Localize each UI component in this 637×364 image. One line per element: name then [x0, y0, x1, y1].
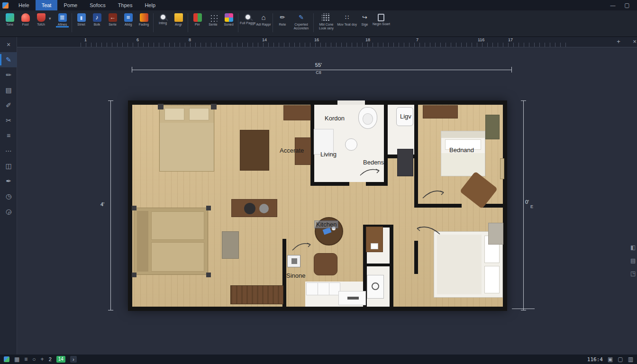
sidebar-tool-more[interactable] [0, 143, 17, 158]
tv-cabinet[interactable] [230, 285, 283, 304]
move-icon[interactable] [41, 355, 44, 364]
room-label-ligv[interactable]: Ligv [400, 113, 411, 120]
picture-frame[interactable] [287, 255, 300, 267]
room-label-bednand[interactable]: Bednand [449, 146, 474, 154]
tool-sente[interactable]: Sente [205, 12, 221, 27]
wall[interactable] [414, 204, 462, 208]
tool-angr[interactable]: Angr [171, 12, 186, 27]
wall-frame[interactable] [500, 158, 504, 179]
sidebar-tool-scissors[interactable] [0, 113, 17, 128]
dimension-line-right[interactable] [523, 100, 524, 310]
tool-cxperted[interactable]: Cxperted Accoreten [290, 12, 312, 30]
tool-alidg[interactable]: Alidg [120, 12, 136, 27]
room-label-accerate[interactable]: Accerate [280, 147, 304, 154]
menu-shapes[interactable]: Thpes [112, 0, 139, 10]
frame-icon[interactable] [618, 355, 623, 364]
minimize-icon[interactable] [608, 1, 618, 9]
bathroom-door[interactable] [366, 227, 383, 252]
menu-file[interactable]: Hele [12, 0, 36, 10]
dimension-label-right-sub[interactable]: E [530, 204, 533, 209]
maximize-icon[interactable] [622, 1, 632, 9]
sidebar-tool-select-pen[interactable] [0, 52, 17, 67]
wall[interactable] [390, 225, 393, 311]
tool-fool[interactable]: Fool [18, 12, 33, 27]
sidebar-tool-notebook[interactable] [0, 158, 17, 173]
wall[interactable] [503, 100, 507, 311]
menu-edit-active[interactable]: Teat [36, 0, 58, 10]
desk[interactable] [240, 130, 269, 171]
chevron-down-icon[interactable] [49, 12, 55, 21]
wall[interactable] [414, 100, 418, 208]
sidebar-tool-list[interactable] [0, 128, 17, 143]
tool-negin-soart[interactable]: Negin Soart [373, 12, 390, 26]
wall[interactable] [414, 241, 418, 274]
menu-plan[interactable]: Pome [57, 0, 83, 10]
room-label-kitchen[interactable]: Kitchen [315, 221, 338, 228]
tool-afines[interactable]: Afines [55, 12, 70, 27]
bed[interactable] [159, 105, 214, 172]
horizontal-ruler[interactable]: 1 6 8 14 16 18 7 116 17 + × [17, 37, 637, 47]
tool-pirr[interactable]: Pirr [190, 12, 205, 27]
dresser[interactable] [283, 105, 311, 120]
tool-soned[interactable]: Soned [221, 12, 237, 27]
rug[interactable] [460, 171, 498, 209]
side-table[interactable] [222, 231, 239, 259]
tool-inting[interactable]: Inting [155, 12, 171, 25]
add-button[interactable]: + [614, 38, 623, 45]
ottoman[interactable] [314, 253, 337, 275]
floor-plan[interactable]: Kordon Accerate Living Bedens Ligv Bedna… [128, 100, 507, 311]
dimension-line-left[interactable] [110, 100, 111, 310]
tall-cabinet[interactable] [397, 149, 413, 176]
dimension-label-top-sub[interactable]: C8 [308, 70, 329, 75]
toilet[interactable] [358, 107, 377, 129]
tool-fading[interactable]: Fading [136, 12, 152, 27]
page-badge[interactable]: 14 [56, 356, 65, 363]
view-mode-icon[interactable] [4, 356, 9, 362]
wall[interactable] [128, 307, 507, 311]
wall[interactable] [128, 100, 507, 105]
next-page-button[interactable] [70, 356, 77, 363]
wardrobe[interactable] [485, 115, 500, 139]
list-view-icon[interactable] [24, 355, 27, 364]
shower[interactable] [367, 275, 384, 299]
menu-tools[interactable]: Sofocs [83, 0, 112, 10]
close-icon[interactable]: × [630, 38, 637, 45]
tool-bolk[interactable]: Bolk [89, 12, 105, 27]
room-label-bedens[interactable]: Bedens [363, 159, 384, 166]
menu-help[interactable]: Help [138, 0, 162, 10]
door-opening[interactable] [337, 100, 365, 105]
sidebar-tool-history[interactable] [0, 189, 17, 204]
tool-rete[interactable]: Rete [274, 12, 290, 27]
tool-striet[interactable]: Striet [73, 12, 89, 27]
dimension-label-left[interactable]: 4' [100, 201, 104, 207]
layout-icon[interactable] [608, 355, 613, 364]
wall[interactable] [363, 264, 392, 266]
bed[interactable] [441, 131, 485, 176]
sofa[interactable] [134, 208, 208, 275]
tool-mov-teat[interactable]: Mov Teat doy [337, 12, 357, 27]
room-label-sinone[interactable]: Sinone [286, 272, 305, 279]
counter-tiles[interactable] [306, 282, 340, 295]
settings-panel-icon[interactable]: ▤ [630, 257, 636, 264]
wall[interactable] [384, 100, 388, 186]
nightstand[interactable] [488, 223, 503, 245]
room-label-living[interactable]: Living [320, 151, 337, 158]
tool-serte[interactable]: Serte [105, 12, 120, 27]
room-label-kordon[interactable]: Kordon [325, 115, 345, 122]
dimension-label-right[interactable]: 0' [525, 199, 529, 205]
dresser[interactable] [423, 105, 458, 118]
info-panel-icon[interactable]: ◳ [630, 270, 636, 277]
tool-full-page[interactable]: Full Pagge [240, 12, 255, 25]
texture-icon[interactable] [628, 355, 633, 364]
sidebar-tool-clock[interactable] [0, 204, 17, 219]
circle-tool-icon[interactable] [32, 355, 36, 364]
sidebar-tool-stamp[interactable] [0, 98, 17, 113]
wall[interactable] [310, 182, 349, 186]
sidebar-tool-pencil[interactable] [0, 67, 17, 82]
tool-sige[interactable]: Sige [357, 12, 373, 27]
coffee-table[interactable] [231, 199, 277, 217]
tool-adl-rappr[interactable]: Adl Rappr [255, 12, 271, 27]
kitchen-table[interactable] [338, 291, 366, 305]
tool-mbl-cone[interactable]: Mbl Cone Look oery [315, 12, 337, 30]
sidebar-tool-close[interactable] [0, 37, 17, 52]
